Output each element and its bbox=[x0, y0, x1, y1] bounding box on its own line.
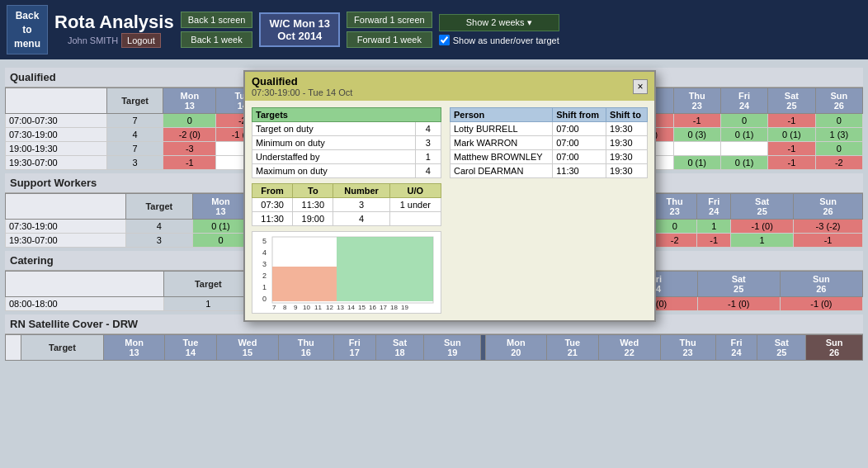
popup-close-button[interactable]: × bbox=[633, 79, 648, 94]
cell: -1 (0) bbox=[697, 297, 780, 311]
svg-rect-7 bbox=[272, 267, 337, 301]
number-val: 3 bbox=[333, 198, 389, 212]
shift-row: Lotty BURRELL 07:00 19:30 bbox=[451, 122, 648, 136]
wc-date-button[interactable]: W/C Mon 13Oct 2014 bbox=[259, 12, 340, 47]
target-row: Minimum on duty 3 bbox=[252, 136, 441, 150]
shift-row: Carol DEARMAN 11:30 19:30 bbox=[451, 164, 648, 178]
row-label: 07:30-19:00 bbox=[6, 128, 107, 142]
cell: -1 bbox=[768, 156, 815, 170]
col-wed15: Wed15 bbox=[217, 335, 279, 361]
col-shift-to: Shift to bbox=[606, 108, 648, 122]
from-to-table: From To Number U/O 07:30 11:30 3 1 under… bbox=[252, 183, 441, 226]
target-row: Maximum on duty 4 bbox=[252, 164, 441, 178]
show-target-checkbox[interactable] bbox=[439, 35, 450, 45]
col-fri17: Fri17 bbox=[333, 335, 375, 361]
col-sat18: Sat18 bbox=[375, 335, 424, 361]
cell: -2 (0) bbox=[163, 128, 216, 142]
shift-row: Matthew BROWNLEY 07:00 19:30 bbox=[451, 150, 648, 164]
row-target: 7 bbox=[106, 114, 163, 128]
col-person: Person bbox=[451, 108, 553, 122]
popup-header-text: Qualified 07:30-19:00 - Tue 14 Oct bbox=[252, 75, 352, 97]
shifts-table: Person Shift from Shift to Lotty BURRELL… bbox=[450, 107, 648, 178]
cell: -2 bbox=[653, 234, 697, 248]
cell: -1 bbox=[673, 114, 720, 128]
svg-text:1: 1 bbox=[262, 283, 267, 291]
target-label: Minimum on duty bbox=[252, 136, 416, 150]
row-label: 19:30-07:00 bbox=[6, 156, 107, 170]
forward-1-screen-button[interactable]: Forward 1 screen bbox=[347, 12, 432, 28]
row-target: 3 bbox=[106, 156, 163, 170]
svg-text:19: 19 bbox=[401, 304, 408, 310]
target-label: Target on duty bbox=[252, 122, 416, 136]
show-weeks-button[interactable]: Show 2 weeks ▾ bbox=[439, 14, 559, 31]
target-label: Maximum on duty bbox=[252, 164, 416, 178]
row-target: 4 bbox=[125, 220, 192, 234]
row-label: 07:30-19:00 bbox=[6, 220, 126, 234]
target-row: Target on duty 4 bbox=[252, 122, 441, 136]
cell: -2 bbox=[815, 156, 862, 170]
row-target: 3 bbox=[125, 234, 192, 248]
from-val: 07:30 bbox=[252, 198, 293, 212]
from-val: 11:30 bbox=[252, 212, 293, 226]
cell: -1 bbox=[163, 156, 216, 170]
shift-to: 19:30 bbox=[606, 136, 648, 150]
row-label: 19:00-19:30 bbox=[6, 142, 107, 156]
number-val: 4 bbox=[333, 212, 389, 226]
svg-rect-8 bbox=[337, 237, 433, 301]
back-1-week-button[interactable]: Back 1 week bbox=[181, 31, 253, 48]
col-sat25: Sat25 bbox=[697, 272, 780, 297]
col-sun19: Sun19 bbox=[424, 335, 481, 361]
popup-title-bar: Qualified 07:30-19:00 - Tue 14 Oct × bbox=[245, 72, 654, 101]
svg-text:12: 12 bbox=[326, 304, 333, 310]
cell: 0 (3) bbox=[673, 128, 720, 142]
col-label bbox=[6, 88, 107, 114]
forward-1-week-button[interactable]: Forward 1 week bbox=[347, 31, 432, 48]
col-label bbox=[6, 272, 164, 297]
person-name: Mark WARRON bbox=[451, 136, 553, 150]
show-target-label[interactable]: Show as under/over target bbox=[439, 35, 559, 45]
popup-body: Targets Target on duty 4 Minimum on duty… bbox=[245, 101, 654, 320]
col-target: Target bbox=[125, 194, 192, 220]
back-1-screen-button[interactable]: Back 1 screen bbox=[181, 12, 253, 28]
svg-text:0: 0 bbox=[262, 295, 267, 303]
page-title: Rota Analysis bbox=[54, 12, 174, 33]
cell: 1 bbox=[697, 220, 731, 234]
row-target: 7 bbox=[106, 142, 163, 156]
back-to-menu-button[interactable]: Backtomenu bbox=[7, 5, 48, 54]
col-label bbox=[6, 335, 21, 361]
cell: -3 bbox=[163, 142, 216, 156]
to-val: 11:30 bbox=[293, 198, 333, 212]
popup-title: Qualified bbox=[252, 75, 352, 87]
col-sun26: Sun26 bbox=[806, 335, 863, 361]
user-row: John SMITH Logout bbox=[68, 33, 161, 48]
svg-text:4: 4 bbox=[262, 248, 267, 257]
col-sat25: Sat25 bbox=[731, 194, 794, 220]
to-val: 19:00 bbox=[293, 212, 333, 226]
cell: 1 bbox=[731, 234, 794, 248]
person-name: Carol DEARMAN bbox=[451, 164, 553, 178]
col-shift-from: Shift from bbox=[553, 108, 606, 122]
cell: 0 (1) bbox=[673, 156, 720, 170]
row-target: 4 bbox=[106, 128, 163, 142]
title-area: Rota Analysis John SMITH Logout bbox=[54, 12, 174, 48]
svg-text:9: 9 bbox=[294, 304, 298, 310]
col-number: Number bbox=[333, 184, 389, 198]
col-mon13: Mon13 bbox=[192, 194, 248, 220]
target-value: 1 bbox=[415, 150, 441, 164]
staffing-chart: 5 4 3 2 1 0 7 8 9 10 11 bbox=[252, 231, 441, 314]
cell: -1 bbox=[697, 234, 731, 248]
targets-table: Targets Target on duty 4 Minimum on duty… bbox=[252, 107, 441, 178]
cell: -1 bbox=[794, 234, 863, 248]
shift-from: 07:00 bbox=[553, 150, 606, 164]
popup-right-panel: Person Shift from Shift to Lotty BURRELL… bbox=[450, 107, 648, 314]
cell: 0 (1) bbox=[192, 220, 248, 234]
cell: 1 (3) bbox=[815, 128, 862, 142]
cell: 0 bbox=[815, 114, 862, 128]
logout-button[interactable]: Logout bbox=[121, 33, 161, 48]
svg-text:5: 5 bbox=[262, 237, 267, 245]
svg-text:18: 18 bbox=[390, 304, 398, 310]
cell: 0 (1) bbox=[720, 156, 767, 170]
detail-popup: Qualified 07:30-19:00 - Tue 14 Oct × Tar… bbox=[243, 70, 656, 322]
shift-to: 19:30 bbox=[606, 164, 648, 178]
col-sat25: Sat25 bbox=[757, 335, 806, 361]
